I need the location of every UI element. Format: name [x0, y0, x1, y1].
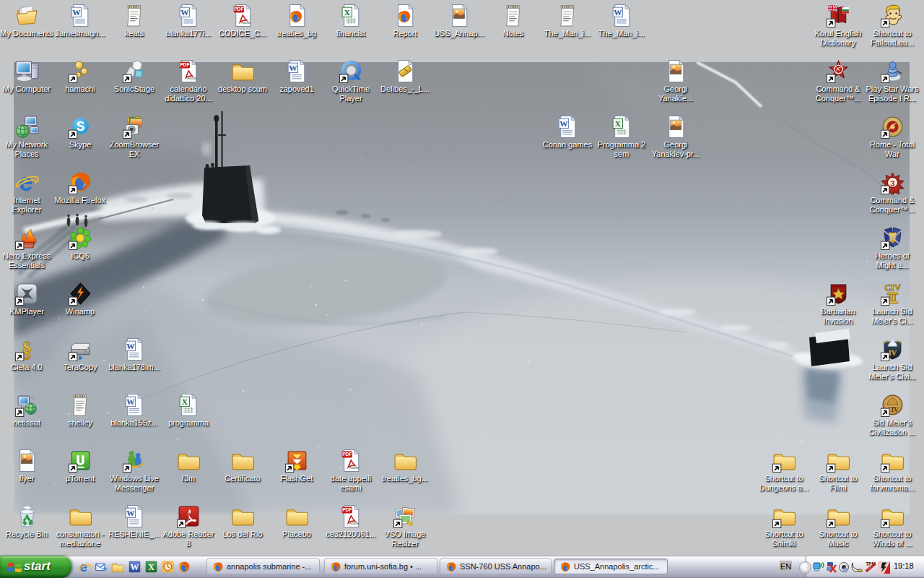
svg-text:W: W	[131, 562, 139, 572]
svg-text:X: X	[148, 562, 154, 572]
